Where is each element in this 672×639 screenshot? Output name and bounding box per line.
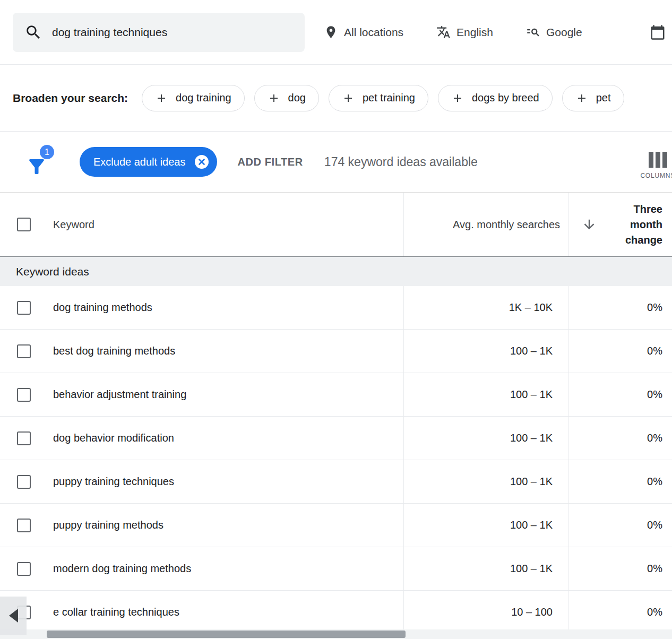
broaden-chip[interactable]: pet training [329, 85, 428, 111]
sort-arrow-down-icon [582, 217, 597, 232]
broaden-chip[interactable]: dog [254, 85, 319, 111]
row-checkbox[interactable] [17, 344, 31, 358]
broaden-chip-label: dogs by breed [472, 92, 539, 104]
keyword-ideas-table: Keyword Avg. monthly searches Three mont… [0, 192, 672, 634]
add-filter-button[interactable]: ADD FILTER [237, 156, 303, 168]
broaden-chip-label: dog training [176, 92, 231, 104]
filter-bar: 1 Exclude adult ideas ADD FILTER 174 key… [0, 132, 672, 192]
table-row[interactable]: puppy training methods 100 – 1K 0% [0, 504, 672, 547]
plus-icon [155, 92, 168, 105]
search-icon [24, 23, 42, 41]
three-month-change-label: Three month change [608, 202, 672, 248]
search-input[interactable] [52, 26, 293, 39]
plus-icon [575, 92, 588, 105]
broaden-chip-list: dog training dog pet training dogs by br… [142, 85, 633, 111]
row-checkbox[interactable] [17, 301, 31, 315]
three-month-change-cell: 0% [569, 460, 672, 503]
row-checkbox[interactable] [17, 562, 31, 576]
three-month-change-cell: 0% [569, 373, 672, 416]
horizontal-scrollbar[interactable] [0, 629, 672, 639]
network-label: Google [546, 26, 582, 39]
three-month-change-cell: 0% [569, 417, 672, 460]
three-month-change-cell: 0% [569, 286, 672, 329]
language-label: English [456, 26, 493, 39]
broaden-chip-label: pet [596, 92, 611, 104]
table-row[interactable]: modern dog training methods 100 – 1K 0% [0, 547, 672, 591]
close-icon[interactable] [194, 154, 210, 170]
table-row[interactable]: puppy training techniques 100 – 1K 0% [0, 460, 672, 504]
left-triangle-icon [9, 609, 18, 623]
table-body: dog training methods 1K – 10K 0% best do… [0, 286, 672, 634]
exclude-adult-ideas-label: Exclude adult ideas [93, 156, 185, 168]
exclude-adult-ideas-chip[interactable]: Exclude adult ideas [80, 147, 217, 177]
keyword-ideas-count: 174 keyword ideas available [324, 155, 478, 169]
location-pin-icon [324, 25, 338, 39]
avg-monthly-searches-cell: 100 – 1K [403, 330, 569, 373]
plus-icon [342, 92, 355, 105]
calendar-icon [650, 24, 666, 40]
three-month-change-cell: 0% [569, 547, 672, 590]
table-header-row: Keyword Avg. monthly searches Three mont… [0, 193, 672, 256]
broaden-chip-label: pet training [363, 92, 415, 104]
keyword-cell: dog training methods [53, 301, 403, 314]
keyword-search-box[interactable] [13, 13, 305, 52]
plus-icon [451, 92, 464, 105]
three-month-change-column-header[interactable]: Three month change [569, 193, 672, 256]
keyword-cell: puppy training techniques [53, 476, 403, 488]
top-bar: All locations English Google [0, 0, 672, 65]
columns-label: COLUMNS [640, 172, 672, 179]
keyword-cell: behavior adjustment training [53, 388, 403, 401]
horizontal-scrollbar-thumb[interactable] [47, 631, 406, 638]
table-row[interactable]: behavior adjustment training 100 – 1K 0% [0, 373, 672, 417]
row-checkbox[interactable] [17, 475, 31, 489]
scroll-left-button[interactable] [0, 597, 27, 635]
broaden-chip[interactable]: pet [562, 85, 624, 111]
locations-selector[interactable]: All locations [324, 25, 403, 39]
keyword-ideas-section-header: Keyword ideas [0, 256, 672, 286]
table-row[interactable]: dog behavior modification 100 – 1K 0% [0, 417, 672, 460]
locations-label: All locations [344, 26, 403, 39]
avg-monthly-searches-cell: 10 – 100 [403, 591, 569, 634]
avg-monthly-searches-cell: 100 – 1K [403, 373, 569, 416]
avg-monthly-searches-cell: 1K – 10K [403, 286, 569, 329]
filter-count-badge: 1 [40, 145, 54, 159]
manage-search-icon [526, 25, 540, 39]
search-network-selector[interactable]: Google [526, 25, 582, 39]
keyword-cell: e collar training techniques [53, 606, 403, 618]
row-checkbox[interactable] [17, 431, 31, 445]
keyword-column-header[interactable]: Keyword [53, 219, 403, 231]
avg-monthly-searches-cell: 100 – 1K [403, 504, 569, 547]
broaden-chip[interactable]: dog training [142, 85, 245, 111]
columns-button[interactable]: COLUMNS [640, 144, 672, 179]
language-selector[interactable]: English [436, 25, 493, 39]
avg-monthly-searches-cell: 100 – 1K [403, 460, 569, 503]
broaden-label: Broaden your search: [13, 92, 128, 105]
broaden-chip[interactable]: dogs by breed [438, 85, 553, 111]
keyword-cell: dog behavior modification [53, 432, 403, 444]
table-row[interactable]: best dog training methods 100 – 1K 0% [0, 330, 672, 373]
three-month-change-cell: 0% [569, 591, 672, 634]
table-row[interactable]: dog training methods 1K – 10K 0% [0, 286, 672, 330]
keyword-cell: puppy training methods [53, 519, 403, 531]
keyword-cell: modern dog training methods [53, 563, 403, 575]
avg-monthly-searches-cell: 100 – 1K [403, 417, 569, 460]
translate-icon [436, 25, 451, 39]
table-row[interactable]: e collar training techniques 10 – 100 0% [0, 591, 672, 634]
three-month-change-cell: 0% [569, 504, 672, 547]
avg-monthly-searches-cell: 100 – 1K [403, 547, 569, 590]
date-range-button[interactable] [650, 24, 666, 40]
filter-funnel[interactable]: 1 [25, 145, 51, 179]
three-month-change-cell: 0% [569, 330, 672, 373]
row-checkbox[interactable] [17, 388, 31, 402]
broaden-chip-label: dog [288, 92, 306, 104]
keyword-cell: best dog training methods [53, 345, 403, 357]
plus-icon [268, 92, 280, 105]
avg-monthly-searches-column-header[interactable]: Avg. monthly searches [403, 193, 569, 256]
broaden-search-bar: Broaden your search: dog training dog pe… [0, 65, 672, 132]
top-settings: All locations English Google [324, 24, 672, 40]
row-checkbox[interactable] [17, 519, 31, 532]
select-all-checkbox[interactable] [17, 218, 31, 231]
columns-icon [649, 152, 667, 168]
